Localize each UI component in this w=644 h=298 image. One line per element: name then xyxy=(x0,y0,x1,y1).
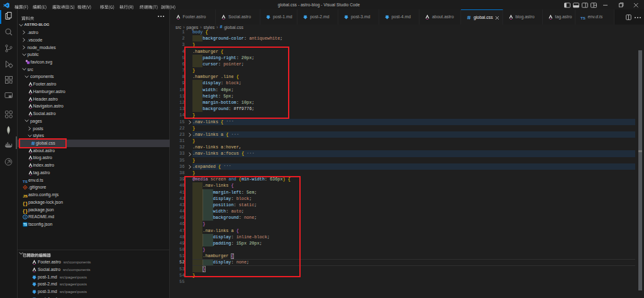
svg-text:TS: TS xyxy=(23,223,27,226)
